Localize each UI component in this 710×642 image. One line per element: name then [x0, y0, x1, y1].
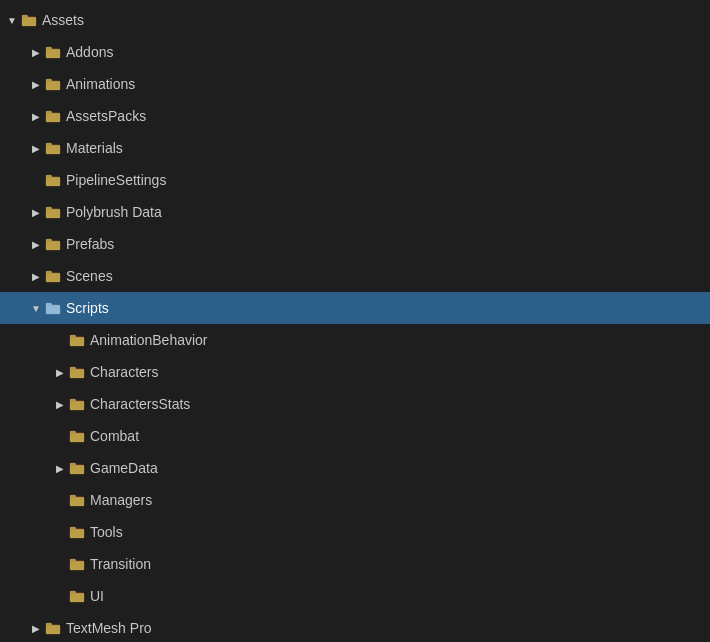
arrow-transition[interactable]	[52, 556, 68, 572]
label-assets: Assets	[42, 12, 84, 28]
folder-icon-characters	[68, 364, 86, 380]
label-transition: Transition	[90, 556, 151, 572]
arrow-managers[interactable]	[52, 492, 68, 508]
arrow-scenes[interactable]	[28, 268, 44, 284]
label-animations: Animations	[66, 76, 135, 92]
arrow-animationbehavior[interactable]	[52, 332, 68, 348]
tree-item-charactersstats[interactable]: CharactersStats	[0, 388, 710, 420]
label-assetspacks: AssetsPacks	[66, 108, 146, 124]
folder-icon-polybrush-data	[44, 204, 62, 220]
folder-icon-addons	[44, 44, 62, 60]
tree-item-polybrush-data[interactable]: Polybrush Data	[0, 196, 710, 228]
tree-item-characters[interactable]: Characters	[0, 356, 710, 388]
arrow-prefabs[interactable]	[28, 236, 44, 252]
folder-icon-charactersstats	[68, 396, 86, 412]
folder-icon-pipelinesettings	[44, 172, 62, 188]
arrow-addons[interactable]	[28, 44, 44, 60]
folder-icon-assetspacks	[44, 108, 62, 124]
arrow-polybrush-data[interactable]	[28, 204, 44, 220]
folder-icon-materials	[44, 140, 62, 156]
folder-icon-combat	[68, 428, 86, 444]
folder-icon-textmesh-pro	[44, 620, 62, 636]
tree-item-prefabs[interactable]: Prefabs	[0, 228, 710, 260]
tree-item-managers[interactable]: Managers	[0, 484, 710, 516]
folder-icon-scenes	[44, 268, 62, 284]
folder-icon-managers	[68, 492, 86, 508]
tree-item-combat[interactable]: Combat	[0, 420, 710, 452]
tree-item-materials[interactable]: Materials	[0, 132, 710, 164]
arrow-scripts[interactable]	[28, 300, 44, 316]
label-characters: Characters	[90, 364, 158, 380]
arrow-pipelinesettings[interactable]	[28, 172, 44, 188]
arrow-ui[interactable]	[52, 588, 68, 604]
tree-item-addons[interactable]: Addons	[0, 36, 710, 68]
tree-item-transition[interactable]: Transition	[0, 548, 710, 580]
file-tree: Assets Addons Animations AssetsPacks Mat…	[0, 0, 710, 642]
folder-icon-animations	[44, 76, 62, 92]
label-scenes: Scenes	[66, 268, 113, 284]
label-materials: Materials	[66, 140, 123, 156]
folder-icon-prefabs	[44, 236, 62, 252]
arrow-assets[interactable]	[4, 12, 20, 28]
arrow-charactersstats[interactable]	[52, 396, 68, 412]
tree-item-animationbehavior[interactable]: AnimationBehavior	[0, 324, 710, 356]
label-pipelinesettings: PipelineSettings	[66, 172, 166, 188]
arrow-materials[interactable]	[28, 140, 44, 156]
folder-icon-ui	[68, 588, 86, 604]
folder-icon-transition	[68, 556, 86, 572]
folder-icon-tools	[68, 524, 86, 540]
label-charactersstats: CharactersStats	[90, 396, 190, 412]
arrow-tools[interactable]	[52, 524, 68, 540]
arrow-characters[interactable]	[52, 364, 68, 380]
tree-item-scripts[interactable]: Scripts	[0, 292, 710, 324]
arrow-combat[interactable]	[52, 428, 68, 444]
label-tools: Tools	[90, 524, 123, 540]
arrow-assetspacks[interactable]	[28, 108, 44, 124]
label-managers: Managers	[90, 492, 152, 508]
label-addons: Addons	[66, 44, 113, 60]
arrow-textmesh-pro[interactable]	[28, 620, 44, 636]
tree-item-gamedata[interactable]: GameData	[0, 452, 710, 484]
label-combat: Combat	[90, 428, 139, 444]
label-textmesh-pro: TextMesh Pro	[66, 620, 152, 636]
tree-item-assetspacks[interactable]: AssetsPacks	[0, 100, 710, 132]
label-polybrush-data: Polybrush Data	[66, 204, 162, 220]
label-scripts: Scripts	[66, 300, 109, 316]
label-gamedata: GameData	[90, 460, 158, 476]
tree-item-ui[interactable]: UI	[0, 580, 710, 612]
arrow-animations[interactable]	[28, 76, 44, 92]
label-animationbehavior: AnimationBehavior	[90, 332, 208, 348]
tree-item-scenes[interactable]: Scenes	[0, 260, 710, 292]
tree-item-assets[interactable]: Assets	[0, 4, 710, 36]
tree-item-tools[interactable]: Tools	[0, 516, 710, 548]
folder-icon-animationbehavior	[68, 332, 86, 348]
tree-item-animations[interactable]: Animations	[0, 68, 710, 100]
tree-item-textmesh-pro[interactable]: TextMesh Pro	[0, 612, 710, 642]
folder-icon-assets	[20, 12, 38, 28]
label-prefabs: Prefabs	[66, 236, 114, 252]
folder-icon-scripts	[44, 300, 62, 316]
folder-icon-gamedata	[68, 460, 86, 476]
arrow-gamedata[interactable]	[52, 460, 68, 476]
label-ui: UI	[90, 588, 104, 604]
tree-item-pipelinesettings[interactable]: PipelineSettings	[0, 164, 710, 196]
